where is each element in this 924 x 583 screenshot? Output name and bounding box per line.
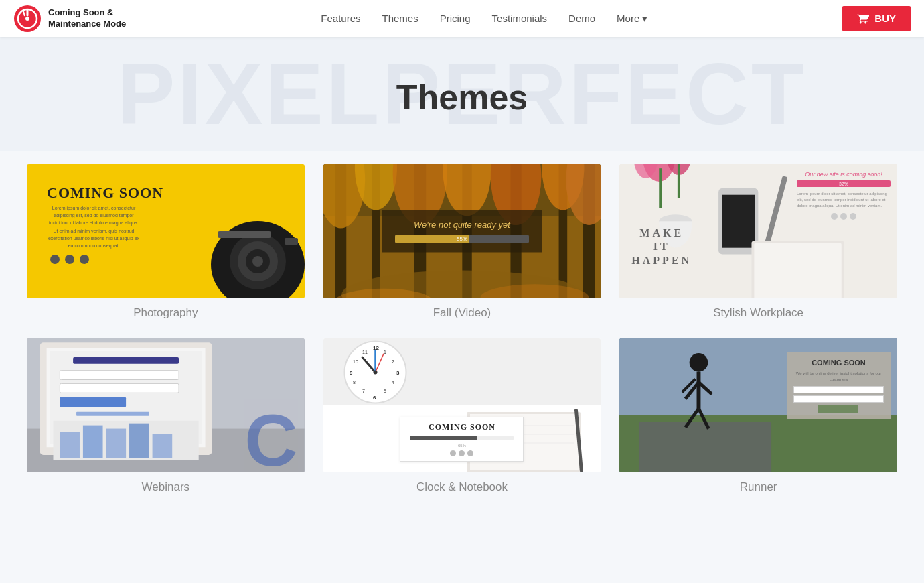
svg-text:6: 6 xyxy=(373,395,376,401)
svg-rect-34 xyxy=(678,164,680,198)
nav-more[interactable]: More ▾ xyxy=(617,13,647,25)
theme-thumb-clock: 12 3 6 9 1 2 4 5 7 8 10 11 xyxy=(323,338,601,472)
photo-lorem: Lorem ipsum dolor sit amet, consectetur … xyxy=(47,204,141,249)
svg-rect-55 xyxy=(129,424,149,458)
main-nav: Features Themes Pricing Testimonials Dem… xyxy=(126,13,842,25)
logo-area: Coming Soon & Maintenance Mode xyxy=(13,5,126,33)
svg-text:11: 11 xyxy=(362,350,368,354)
runner-overlay: COMING SOON We will be online deliver in… xyxy=(787,352,891,419)
hero-section: PIXELPERFECT Themes xyxy=(0,37,924,151)
svg-text:5: 5 xyxy=(384,389,386,393)
theme-thumb-webinars: C xyxy=(27,338,305,472)
theme-thumb-photography: COMING SOON Lorem ipsum dolor sit amet, … xyxy=(27,164,305,298)
cart-icon xyxy=(857,13,869,25)
theme-thumb-runner: COMING SOON We will be online deliver in… xyxy=(619,338,897,472)
runner-subtext: We will be online deliver insight soluti… xyxy=(793,371,884,383)
svg-rect-56 xyxy=(153,434,173,458)
theme-card-stylish[interactable]: MAKEITHAPPEN Our new site is coming soon… xyxy=(619,164,897,320)
fall-progress-bar: 55% xyxy=(395,235,529,243)
svg-text:8: 8 xyxy=(353,380,356,385)
theme-thumb-fall: We're not quite ready yet 55% xyxy=(323,164,601,298)
theme-card-fall[interactable]: We're not quite ready yet 55% Fall (Vide… xyxy=(323,164,601,320)
nav-features[interactable]: Features xyxy=(321,13,360,24)
svg-text:12: 12 xyxy=(373,345,379,351)
coming-soon-mini-card: COMING SOON 65% xyxy=(400,417,524,462)
svg-rect-52 xyxy=(60,432,80,458)
svg-rect-47 xyxy=(60,371,179,380)
theme-label-webinars: Webinars xyxy=(27,480,305,494)
svg-text:10: 10 xyxy=(353,359,358,364)
coming-soon-mini-percent: 65% xyxy=(410,444,514,448)
svg-point-84 xyxy=(690,353,708,372)
theme-card-webinars[interactable]: C Webinars xyxy=(27,338,305,494)
theme-card-runner[interactable]: COMING SOON We will be online deliver in… xyxy=(619,338,897,494)
themes-section: COMING SOON Lorem ipsum dolor sit amet, … xyxy=(13,151,911,521)
runner-name-input xyxy=(793,386,884,393)
camera-illustration xyxy=(191,204,305,298)
coming-soon-mini-title: COMING SOON xyxy=(410,422,514,432)
svg-rect-46 xyxy=(73,357,179,364)
theme-label-runner: Runner xyxy=(619,480,897,494)
chevron-down-icon: ▾ xyxy=(642,13,647,25)
runner-email-input xyxy=(793,395,884,403)
coming-soon-box-area: COMING SOON 65% xyxy=(323,405,601,472)
nav-pricing[interactable]: Pricing xyxy=(440,13,471,24)
page-title: Themes xyxy=(13,64,911,131)
stylish-lorem: Lorem ipsum dolor sit amet, consectetur … xyxy=(797,191,891,209)
fall-ready-text: We're not quite ready yet xyxy=(395,220,529,230)
logo-text: Coming Soon & Maintenance Mode xyxy=(48,7,126,30)
stylish-social-icons xyxy=(797,213,891,220)
coming-soon-mini-icons xyxy=(410,450,514,456)
svg-rect-40 xyxy=(755,243,842,298)
nav-themes[interactable]: Themes xyxy=(382,13,418,24)
svg-text:4: 4 xyxy=(392,380,394,385)
svg-point-7 xyxy=(252,256,263,267)
svg-text:2: 2 xyxy=(392,359,394,364)
clock-area: 12 3 6 9 1 2 4 5 7 8 10 11 xyxy=(323,338,601,405)
svg-point-73 xyxy=(373,370,377,374)
svg-rect-37 xyxy=(722,195,755,248)
svg-rect-8 xyxy=(218,231,271,238)
fall-overlay: We're not quite ready yet 55% xyxy=(382,210,542,253)
runner-coming-soon-title: COMING SOON xyxy=(793,359,884,367)
theme-label-stylish: Stylish Workplace xyxy=(619,306,897,320)
stylish-new-site-text: Our new site is coming soon! xyxy=(797,171,891,178)
themes-grid: COMING SOON Lorem ipsum dolor sit amet, … xyxy=(27,164,897,494)
stylish-progress-bar: 32% xyxy=(797,180,891,187)
svg-text:9: 9 xyxy=(350,370,353,376)
runner-subscribe-btn xyxy=(818,405,858,413)
svg-point-2 xyxy=(25,17,29,21)
coming-soon-mini-progress xyxy=(410,436,514,440)
theme-card-clock[interactable]: 12 3 6 9 1 2 4 5 7 8 10 11 xyxy=(323,338,601,494)
svg-rect-53 xyxy=(83,426,103,458)
big-c-letter: C xyxy=(244,397,297,472)
theme-thumb-stylish: MAKEITHAPPEN Our new site is coming soon… xyxy=(619,164,897,298)
svg-rect-9 xyxy=(285,238,298,245)
svg-rect-33 xyxy=(660,168,662,208)
theme-label-photography: Photography xyxy=(27,306,305,320)
nav-testimonials[interactable]: Testimonials xyxy=(492,13,548,24)
logo-icon xyxy=(13,5,42,33)
stylish-overlay: Our new site is coming soon! 32% Lorem i… xyxy=(797,171,891,220)
make-it-happen-text: MAKEITHAPPEN xyxy=(631,226,692,268)
header: Coming Soon & Maintenance Mode Features … xyxy=(0,0,924,37)
photo-coming-soon: COMING SOON xyxy=(47,184,163,202)
theme-label-fall: Fall (Video) xyxy=(323,306,601,320)
svg-rect-83 xyxy=(639,422,771,472)
svg-rect-48 xyxy=(60,383,179,393)
svg-rect-54 xyxy=(106,429,126,458)
theme-label-clock: Clock & Notebook xyxy=(323,480,601,494)
analog-clock: 12 3 6 9 1 2 4 5 7 8 10 11 xyxy=(343,340,407,404)
theme-card-photography[interactable]: COMING SOON Lorem ipsum dolor sit amet, … xyxy=(27,164,305,320)
photo-social-icons xyxy=(50,255,89,264)
svg-text:7: 7 xyxy=(362,389,365,393)
svg-rect-50 xyxy=(76,412,149,416)
buy-button[interactable]: BUY xyxy=(842,6,911,31)
nav-demo[interactable]: Demo xyxy=(568,13,595,24)
svg-rect-49 xyxy=(60,397,126,407)
svg-text:3: 3 xyxy=(396,370,400,376)
